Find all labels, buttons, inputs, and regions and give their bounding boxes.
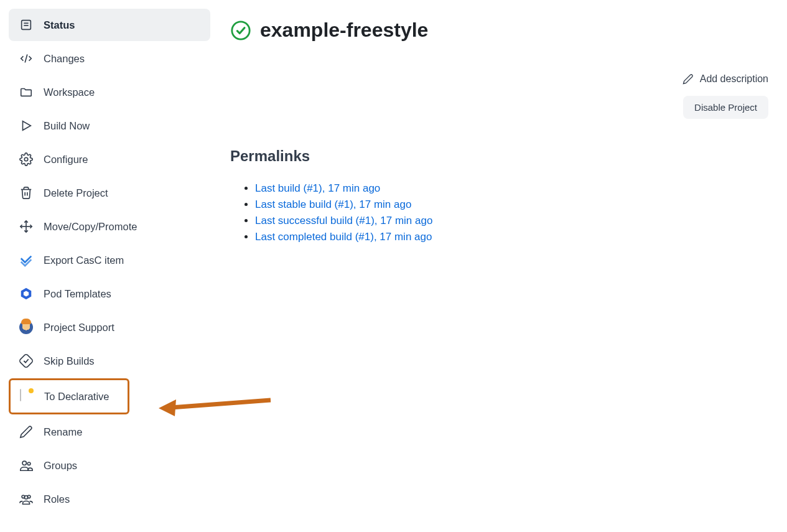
permalink-item: Last stable build (#1), 17 min ago <box>255 198 768 211</box>
main-content: example-freestyle Add description Disabl… <box>218 0 787 532</box>
document-new-icon <box>19 389 34 404</box>
sidebar-item-label: Export CasC item <box>44 254 124 266</box>
sidebar-item-changes[interactable]: Changes <box>9 42 210 75</box>
sidebar-item-rename[interactable]: Rename <box>9 416 210 448</box>
sidebar-item-label: Pod Templates <box>44 288 111 300</box>
sidebar-item-roles[interactable]: Roles <box>9 483 210 515</box>
svg-point-5 <box>24 157 28 161</box>
actions-row: Add description Disable Project <box>682 73 768 119</box>
sidebar-item-skip-builds[interactable]: Skip Builds <box>9 345 210 377</box>
permalink-item: Last completed build (#1), 17 min ago <box>255 231 768 243</box>
sidebar-item-label: Groups <box>44 460 77 472</box>
move-icon <box>19 219 34 234</box>
title-row: example-freestyle <box>230 19 768 42</box>
sidebar-item-label: Delete Project <box>44 187 108 199</box>
gear-icon <box>19 152 34 167</box>
hexagon-icon <box>19 286 34 301</box>
svg-line-3 <box>25 55 27 63</box>
permalink-last-completed[interactable]: Last completed build (#1), 17 min ago <box>255 231 432 243</box>
sidebar-item-to-declarative[interactable]: To Declarative <box>11 380 128 413</box>
success-check-icon <box>230 20 251 41</box>
casc-icon <box>19 253 34 268</box>
add-description-link[interactable]: Add description <box>682 73 768 85</box>
permalink-last-build[interactable]: Last build (#1), 17 min ago <box>255 182 380 194</box>
play-icon <box>19 118 34 133</box>
sidebar-item-workspace[interactable]: Workspace <box>9 76 210 108</box>
status-icon <box>19 17 34 32</box>
sidebar-item-status[interactable]: Status <box>9 9 210 41</box>
sidebar-item-label: Changes <box>44 53 85 65</box>
sidebar-item-move-copy-promote[interactable]: Move/Copy/Promote <box>9 210 210 243</box>
changes-icon <box>19 51 34 66</box>
sidebar-item-pod-templates[interactable]: Pod Templates <box>9 278 210 310</box>
folder-icon <box>19 85 34 100</box>
sidebar-item-delete-project[interactable]: Delete Project <box>9 177 210 209</box>
disable-project-button[interactable]: Disable Project <box>683 96 768 119</box>
permalink-item: Last build (#1), 17 min ago <box>255 182 768 195</box>
svg-marker-4 <box>23 121 31 131</box>
sidebar-item-label: Build Now <box>44 120 90 132</box>
sidebar-item-label: Move/Copy/Promote <box>44 221 137 233</box>
sidebar-item-label: Rename <box>44 426 82 438</box>
sidebar-item-groups[interactable]: Groups <box>9 449 210 482</box>
sidebar-item-label: Configure <box>44 154 88 166</box>
sidebar-item-project-support[interactable]: Project Support <box>9 311 210 343</box>
highlight-annotation: To Declarative <box>9 378 129 414</box>
svg-rect-10 <box>19 354 33 368</box>
permalinks-section: Permalinks Last build (#1), 17 min ago L… <box>230 147 768 243</box>
add-description-label: Add description <box>700 73 768 85</box>
support-icon <box>19 320 34 335</box>
sidebar-item-configure[interactable]: Configure <box>9 143 210 175</box>
sidebar-item-label: Project Support <box>44 322 114 334</box>
svg-point-11 <box>22 461 26 465</box>
pencil-icon <box>682 73 694 85</box>
sidebar-item-label: To Declarative <box>44 391 109 403</box>
sidebar-item-label: Skip Builds <box>44 355 95 367</box>
pencil-icon <box>19 424 34 439</box>
svg-point-18 <box>232 21 249 39</box>
permalink-last-successful[interactable]: Last successful build (#1), 17 min ago <box>255 215 432 226</box>
groups-icon <box>19 458 34 473</box>
svg-point-12 <box>27 462 30 465</box>
project-title: example-freestyle <box>260 19 428 42</box>
sidebar-item-label: Status <box>44 19 75 31</box>
permalinks-title: Permalinks <box>230 147 768 165</box>
svg-rect-0 <box>22 21 31 30</box>
trash-icon <box>19 185 34 200</box>
sidebar-item-export-casc[interactable]: Export CasC item <box>9 244 210 276</box>
skip-icon <box>19 353 34 368</box>
permalink-item: Last successful build (#1), 17 min ago <box>255 215 768 227</box>
sidebar-item-label: Workspace <box>44 86 95 98</box>
sidebar-item-build-now[interactable]: Build Now <box>9 110 210 142</box>
permalinks-list: Last build (#1), 17 min ago Last stable … <box>230 182 768 243</box>
sidebar: Status Changes Workspace Build Now Confi… <box>0 0 218 532</box>
sidebar-item-label: Roles <box>44 493 70 505</box>
roles-icon <box>19 492 34 506</box>
permalink-last-stable[interactable]: Last stable build (#1), 17 min ago <box>255 198 411 210</box>
